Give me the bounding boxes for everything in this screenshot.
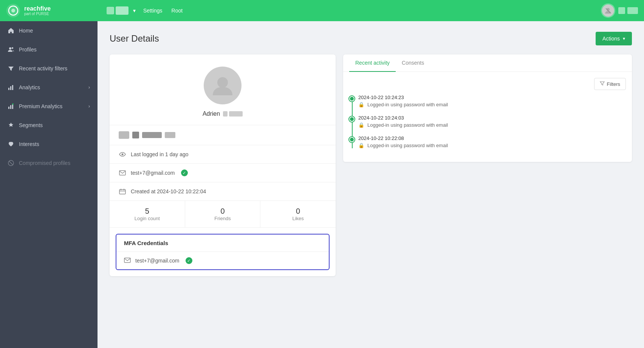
- sidebar-label-analytics: Analytics: [19, 84, 40, 90]
- sidebar-label-home: Home: [19, 28, 33, 34]
- topbar-root-link[interactable]: Root: [172, 8, 183, 14]
- svg-rect-12: [12, 104, 13, 109]
- filters-icon: [600, 81, 605, 87]
- svg-rect-11: [10, 105, 11, 109]
- mfa-section: MFA Credentials test+7@gmail.com ✓: [116, 234, 330, 270]
- badge-card-icon: [119, 131, 129, 139]
- timeline-event-2: 🔒 Logged-in using password with email: [358, 143, 626, 148]
- analytics-icon: [8, 84, 14, 91]
- premium-analytics-chevron-icon: ›: [88, 104, 90, 109]
- sidebar-item-analytics[interactable]: Analytics ›: [0, 78, 98, 97]
- svg-rect-9: [12, 85, 13, 90]
- mfa-email-row: test+7@gmail.com ✓: [116, 252, 329, 269]
- user-email: test+7@gmail.com: [131, 170, 175, 176]
- actions-button-label: Actions: [602, 36, 620, 42]
- stat-friends: 0 Friends: [185, 201, 261, 227]
- segments-icon: [8, 122, 14, 129]
- activity-header-row: Filters: [349, 78, 626, 90]
- logo-icon: [6, 3, 20, 18]
- created-at-text: Created at 2024-10-22 10:22:04: [131, 188, 206, 194]
- sidebar-label-profiles: Profiles: [19, 47, 37, 53]
- stat-likes-value: 0: [265, 207, 331, 216]
- page-title: User Details: [110, 33, 159, 44]
- actions-dropdown-icon: ▾: [623, 36, 625, 41]
- user-last-login-row: Last logged in 1 day ago: [110, 145, 336, 164]
- svg-rect-8: [10, 86, 11, 90]
- logo-area: reachfive part of PURSE: [6, 3, 104, 18]
- filters-button[interactable]: Filters: [594, 78, 626, 90]
- sidebar-item-interests[interactable]: Interests: [0, 135, 98, 154]
- svg-point-2: [11, 9, 15, 12]
- timeline-dot-0: [349, 96, 355, 101]
- activity-tabs: Recent activity Consents: [343, 54, 632, 72]
- analytics-chevron-icon: ›: [88, 85, 90, 90]
- badge-square: [132, 132, 139, 138]
- topbar-right-icons: [618, 7, 638, 14]
- sidebar-label-recent-activity-filters: Recent activity filters: [19, 65, 67, 71]
- timeline-date-1: 2024-10-22 10:24:03: [358, 115, 626, 121]
- badge-rect: [142, 132, 162, 138]
- topbar-right-icon-2: [627, 7, 638, 14]
- sidebar-label-segments: Segments: [19, 122, 43, 128]
- user-email-row: test+7@gmail.com ✓: [110, 164, 336, 182]
- timeline-dot-2: [349, 137, 355, 142]
- lock-icon-1: 🔒: [358, 122, 364, 128]
- sidebar-label-premium-analytics: Premium Analytics: [19, 103, 62, 109]
- actions-button[interactable]: Actions ▾: [596, 32, 632, 45]
- badge-small: [165, 132, 175, 138]
- redacted-block-2: [229, 111, 243, 117]
- user-name-row: Adrien: [203, 110, 243, 117]
- stat-friends-label: Friends: [190, 216, 256, 221]
- lock-icon-2: 🔒: [358, 143, 364, 148]
- lock-icon-0: 🔒: [358, 102, 364, 107]
- main-content: User Details Actions ▾: [98, 21, 644, 348]
- topbar-breadcrumb-icons: [107, 6, 128, 15]
- avatar-icon: [211, 74, 234, 97]
- svg-rect-18: [119, 171, 125, 175]
- tab-consents[interactable]: Consents: [396, 54, 430, 72]
- sidebar-item-home[interactable]: Home: [0, 21, 98, 40]
- svg-point-16: [217, 77, 228, 88]
- calendar-icon: [119, 188, 126, 195]
- home-icon: [8, 27, 14, 34]
- app-tagline: part of PURSE: [24, 12, 51, 16]
- stat-likes: 0 Likes: [260, 201, 336, 227]
- mfa-email-icon: [124, 258, 131, 264]
- timeline: 2024-10-22 10:24:23 🔒 Logged-in using pa…: [349, 95, 626, 148]
- activity-panel: Recent activity Consents Filters: [343, 54, 632, 162]
- timeline-event-text-0: Logged-in using password with email: [367, 102, 448, 107]
- topbar-avatar: [602, 5, 614, 17]
- tab-recent-activity[interactable]: Recent activity: [349, 54, 396, 72]
- topbar-settings-link[interactable]: Settings: [143, 8, 163, 14]
- topbar-icon-1: [107, 7, 114, 14]
- stat-login-count-value: 5: [114, 207, 180, 216]
- email-verified-icon: ✓: [181, 169, 188, 176]
- timeline-event-text-1: Logged-in using password with email: [367, 122, 448, 128]
- main-layout: Home Profiles Recent activity filters: [0, 21, 644, 348]
- svg-rect-22: [124, 258, 130, 263]
- timeline-event-0: 🔒 Logged-in using password with email: [358, 102, 626, 107]
- timeline-date-0: 2024-10-22 10:24:23: [358, 95, 626, 100]
- sidebar-label-compromised-profiles: Compromised profiles: [19, 160, 70, 166]
- user-last-name-redacted: [223, 111, 243, 117]
- profiles-icon: [8, 46, 14, 53]
- content-grid: Adrien: [110, 54, 632, 276]
- mfa-email-verified-icon: ✓: [186, 257, 192, 264]
- app-name: reachfive: [24, 5, 51, 12]
- page-header: User Details Actions ▾: [110, 32, 632, 45]
- svg-line-15: [9, 161, 13, 165]
- sidebar-item-premium-analytics[interactable]: Premium Analytics ›: [0, 97, 98, 116]
- stats-row: 5 Login count 0 Friends 0 Likes: [110, 201, 336, 228]
- sidebar-item-recent-activity-filters[interactable]: Recent activity filters: [0, 59, 98, 78]
- stat-likes-label: Likes: [265, 216, 331, 221]
- topbar-chevron-icon[interactable]: ▾: [133, 8, 136, 14]
- sidebar-item-profiles[interactable]: Profiles: [0, 40, 98, 59]
- sidebar-item-segments[interactable]: Segments: [0, 116, 98, 135]
- topbar-avatar-button[interactable]: [601, 3, 615, 18]
- stat-friends-value: 0: [190, 207, 256, 216]
- topbar-right-icon-1: [618, 7, 625, 14]
- stat-login-count-label: Login count: [114, 216, 180, 221]
- sidebar-label-interests: Interests: [19, 141, 39, 147]
- premium-analytics-icon: [8, 103, 14, 110]
- redacted-block-1: [223, 111, 228, 117]
